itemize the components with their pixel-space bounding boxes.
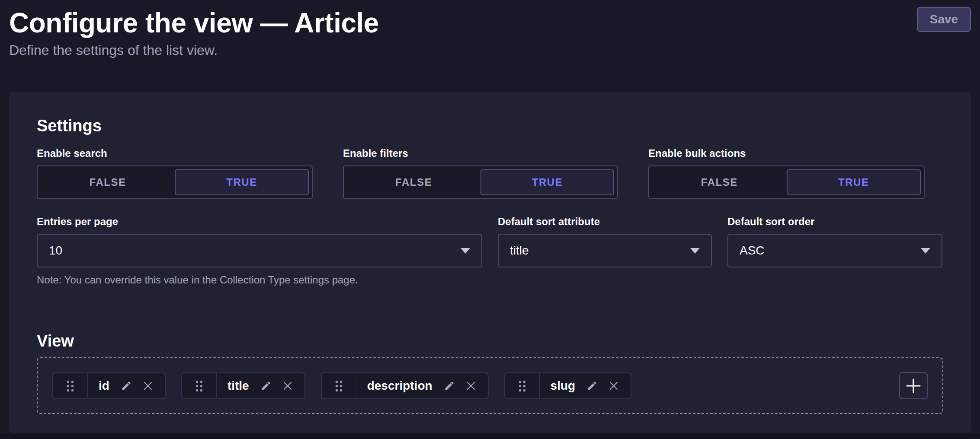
drag-handle-icon xyxy=(195,380,203,392)
enable-search-true-option[interactable]: TRUE xyxy=(175,169,309,195)
chevron-down-icon xyxy=(921,248,930,254)
edit-field-button[interactable] xyxy=(586,380,598,391)
enable-bulk-actions-false-option[interactable]: FALSE xyxy=(652,169,787,195)
chip-body: title xyxy=(217,373,304,398)
field-chip-label: description xyxy=(367,379,432,393)
remove-field-button[interactable] xyxy=(283,381,292,391)
enable-filters-toggle: FALSE TRUE xyxy=(343,165,618,199)
plus-icon xyxy=(906,378,921,394)
entries-per-page-label: Entries per page xyxy=(37,216,482,228)
entries-per-page-note: Note: You can override this value in the… xyxy=(37,274,482,286)
page-title: Configure the view — Article xyxy=(9,7,379,39)
enable-filters-true-option[interactable]: TRUE xyxy=(480,169,614,195)
drag-handle-icon xyxy=(335,380,343,392)
enable-filters-field: Enable filters FALSE TRUE xyxy=(343,147,618,199)
pencil-icon xyxy=(444,380,455,391)
field-chip-title[interactable]: title xyxy=(181,372,305,399)
pencil-icon xyxy=(260,380,272,391)
chip-body: description xyxy=(356,373,488,398)
drag-handle-icon xyxy=(67,380,74,392)
chevron-down-icon xyxy=(690,248,700,254)
enable-bulk-actions-toggle: FALSE TRUE xyxy=(648,165,925,199)
enable-filters-label: Enable filters xyxy=(343,147,618,159)
field-chip-id[interactable]: id xyxy=(52,372,166,399)
header-text: Configure the view — Article Define the … xyxy=(9,7,379,58)
field-chip-label: id xyxy=(99,379,109,393)
close-icon xyxy=(609,381,618,391)
remove-field-button[interactable] xyxy=(143,381,153,391)
save-button[interactable]: Save xyxy=(917,7,971,32)
entries-per-page-value: 10 xyxy=(49,244,62,258)
field-chip-label: title xyxy=(227,379,249,393)
select-row: Entries per page 10 Note: You can overri… xyxy=(37,216,943,286)
view-heading: View xyxy=(37,331,943,350)
pencil-icon xyxy=(121,380,132,391)
close-icon xyxy=(283,381,292,391)
default-sort-attribute-label: Default sort attribute xyxy=(498,216,712,228)
remove-field-button[interactable] xyxy=(466,381,476,391)
field-chip-label: slug xyxy=(551,379,576,393)
configure-view-card: Settings Enable search FALSE TRUE Enable… xyxy=(9,92,971,433)
close-icon xyxy=(466,381,476,391)
enable-bulk-actions-label: Enable bulk actions xyxy=(648,147,925,159)
drag-handle-icon[interactable] xyxy=(53,373,88,398)
default-sort-attribute-select[interactable]: title xyxy=(498,234,712,267)
add-field-button[interactable] xyxy=(899,372,928,399)
drag-handle-icon xyxy=(519,380,526,392)
close-icon xyxy=(143,381,153,391)
section-divider xyxy=(37,307,943,307)
edit-field-button[interactable] xyxy=(444,380,455,391)
toggle-row: Enable search FALSE TRUE Enable filters … xyxy=(37,147,943,199)
enable-search-false-option[interactable]: FALSE xyxy=(41,169,175,195)
default-sort-attribute-field: Default sort attribute title xyxy=(498,216,712,286)
chevron-down-icon xyxy=(461,248,470,254)
field-chip-description[interactable]: description xyxy=(321,372,489,399)
default-sort-order-field: Default sort order ASC xyxy=(727,216,942,286)
entries-per-page-select[interactable]: 10 xyxy=(37,234,482,267)
drag-handle-icon[interactable] xyxy=(505,373,540,398)
enable-search-label: Enable search xyxy=(37,147,313,159)
settings-heading: Settings xyxy=(37,116,943,135)
chip-body: id xyxy=(88,373,165,398)
drag-handle-icon[interactable] xyxy=(322,373,356,398)
view-fields-dropzone: id xyxy=(37,357,943,414)
edit-field-button[interactable] xyxy=(121,380,132,391)
enable-search-toggle: FALSE TRUE xyxy=(37,165,313,199)
entries-per-page-field: Entries per page 10 Note: You can overri… xyxy=(37,216,482,286)
default-sort-order-value: ASC xyxy=(740,244,765,258)
default-sort-order-select[interactable]: ASC xyxy=(727,234,942,267)
page-subtitle: Define the settings of the list view. xyxy=(9,42,379,58)
default-sort-attribute-value: title xyxy=(510,244,529,258)
enable-search-field: Enable search FALSE TRUE xyxy=(37,147,313,199)
drag-handle-icon[interactable] xyxy=(182,373,217,398)
enable-bulk-actions-true-option[interactable]: TRUE xyxy=(787,169,921,195)
edit-field-button[interactable] xyxy=(260,380,272,391)
default-sort-order-label: Default sort order xyxy=(727,216,942,228)
pencil-icon xyxy=(586,380,598,391)
enable-filters-false-option[interactable]: FALSE xyxy=(347,169,480,195)
field-chip-slug[interactable]: slug xyxy=(504,372,632,399)
bottom-edge-strip xyxy=(0,434,980,439)
remove-field-button[interactable] xyxy=(609,381,618,391)
chip-body: slug xyxy=(540,373,631,398)
page-header: Configure the view — Article Define the … xyxy=(0,0,980,58)
enable-bulk-actions-field: Enable bulk actions FALSE TRUE xyxy=(648,147,925,199)
